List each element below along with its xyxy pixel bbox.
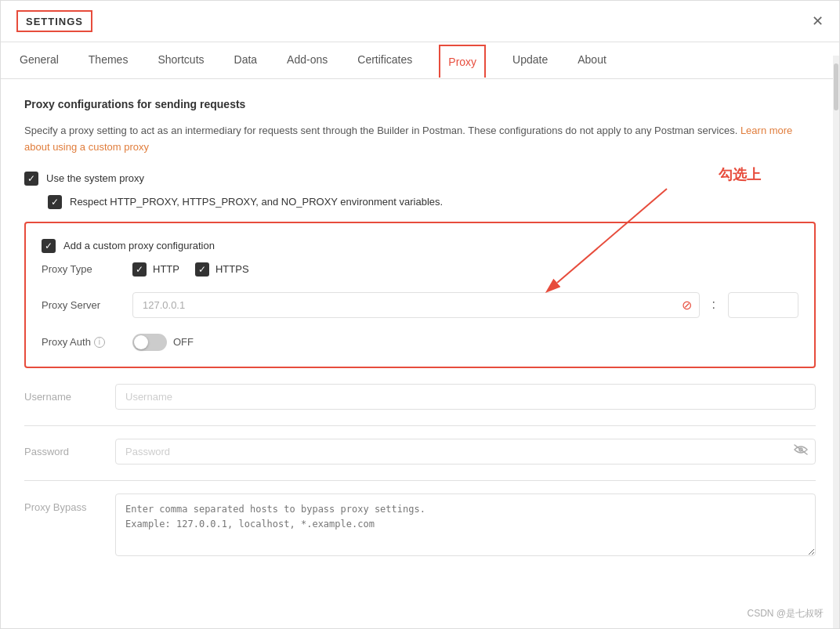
checkmark-icon: ✓ — [27, 173, 35, 184]
custom-proxy-box: ✓ Add a custom proxy configuration Proxy… — [24, 222, 816, 368]
eye-icon[interactable] — [794, 444, 808, 458]
password-label: Password — [24, 446, 103, 457]
proxy-auth-toggle-group: OFF — [132, 334, 194, 351]
watermark: CSDN @是七叔呀 — [747, 607, 824, 620]
password-row: Password — [24, 439, 816, 465]
proxy-bypass-textarea[interactable] — [115, 493, 816, 556]
tab-about[interactable]: About — [574, 42, 610, 78]
proxy-auth-toggle[interactable] — [132, 334, 167, 351]
tab-update[interactable]: Update — [509, 42, 551, 78]
proxy-auth-info-icon[interactable]: i — [94, 337, 105, 348]
username-label: Username — [24, 391, 103, 403]
section-title: Proxy configurations for sending request… — [24, 98, 816, 110]
tab-addons[interactable]: Add-ons — [284, 42, 331, 78]
respect-env-row: ✓ Respect HTTP_PROXY, HTTPS_PROXY, and N… — [48, 195, 816, 209]
tab-shortcuts[interactable]: Shortcuts — [154, 42, 207, 78]
https-checkbox[interactable]: ✓ — [195, 262, 209, 277]
tab-themes[interactable]: Themes — [85, 42, 132, 78]
use-system-proxy-row: ✓ Use the system proxy — [24, 172, 816, 186]
toggle-knob — [134, 335, 148, 349]
http-label: HTTP — [153, 263, 179, 275]
error-icon: ⊘ — [682, 298, 692, 313]
proxy-server-row: Proxy Server ⊘ : 8080 — [42, 292, 798, 318]
checkmark-icon-2: ✓ — [51, 197, 59, 208]
respect-env-label: Respect HTTP_PROXY, HTTPS_PROXY, and NO_… — [70, 196, 443, 208]
respect-env-checkbox[interactable]: ✓ — [48, 195, 62, 209]
proxy-type-https-option: ✓ HTTPS — [195, 262, 249, 277]
description-text: Specify a proxy setting to act as an int… — [24, 125, 737, 136]
proxy-type-http-option: ✓ HTTP — [132, 262, 179, 277]
proxy-auth-text: Proxy Auth — [42, 336, 91, 348]
username-input[interactable] — [115, 384, 816, 410]
custom-proxy-checkbox[interactable]: ✓ — [42, 239, 56, 253]
proxy-bypass-label: Proxy Bypass — [24, 493, 103, 513]
checkmark-https: ✓ — [198, 264, 206, 275]
proxy-auth-row: Proxy Auth i OFF — [42, 334, 798, 351]
http-checkbox[interactable]: ✓ — [132, 262, 147, 277]
use-system-proxy-label: Use the system proxy — [46, 172, 144, 184]
colon-separator: : — [712, 298, 715, 312]
tab-general[interactable]: General — [16, 42, 62, 78]
proxy-auth-label: Proxy Auth i — [42, 336, 120, 348]
tab-bar: General Themes Shortcuts Data Add-ons Ce… — [1, 42, 839, 79]
title-bar: SETTINGS ✕ — [1, 1, 839, 42]
description: Specify a proxy setting to act as an int… — [24, 123, 816, 156]
checkmark-http: ✓ — [136, 264, 143, 275]
scrollbar[interactable] — [833, 56, 839, 628]
main-content: Proxy configurations for sending request… — [1, 79, 839, 575]
custom-proxy-label: Add a custom proxy configuration — [63, 240, 215, 251]
password-input-wrapper — [115, 439, 816, 465]
tab-data[interactable]: Data — [231, 42, 261, 78]
https-label: HTTPS — [215, 263, 249, 275]
tab-certificates[interactable]: Certificates — [354, 42, 415, 78]
divider-2 — [24, 480, 816, 481]
proxy-server-label: Proxy Server — [42, 299, 120, 311]
proxy-server-input-wrapper: ⊘ — [132, 292, 700, 318]
proxy-type-row: Proxy Type ✓ HTTP ✓ HTTPS — [42, 262, 798, 277]
proxy-type-options: ✓ HTTP ✓ HTTPS — [132, 262, 249, 277]
settings-window: SETTINGS ✕ General Themes Shortcuts Data… — [0, 0, 840, 629]
proxy-auth-state-label: OFF — [173, 336, 194, 348]
title-bar-box: SETTINGS — [16, 10, 92, 32]
proxy-type-label: Proxy Type — [42, 263, 120, 275]
proxy-port-input[interactable]: 8080 — [728, 292, 798, 318]
use-system-proxy-checkbox[interactable]: ✓ — [24, 172, 38, 186]
username-row: Username — [24, 384, 816, 410]
divider-1 — [24, 425, 816, 426]
tab-proxy[interactable]: Proxy — [439, 45, 486, 78]
close-button[interactable]: ✕ — [812, 13, 824, 30]
password-input[interactable] — [115, 439, 816, 465]
window-title: SETTINGS — [26, 16, 83, 27]
checkmark-icon-3: ✓ — [45, 240, 52, 251]
proxy-server-input[interactable] — [132, 292, 700, 318]
custom-proxy-header-row: ✓ Add a custom proxy configuration — [42, 239, 798, 253]
proxy-bypass-row: Proxy Bypass — [24, 493, 816, 556]
scrollbar-thumb[interactable] — [834, 63, 838, 110]
